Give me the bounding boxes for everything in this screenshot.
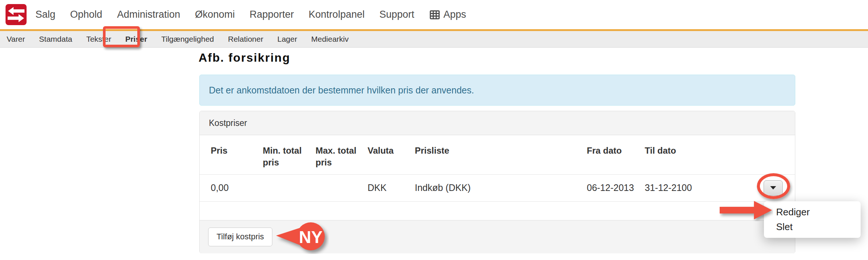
cell-fra-dato: 06-12-2013 — [587, 174, 645, 201]
subnav-item-lager[interactable]: Lager — [270, 35, 304, 44]
col-header-min-total-pris: Min. total pris — [263, 135, 316, 174]
apps-label: Apps — [444, 9, 466, 20]
nav-item-support[interactable]: Support — [379, 9, 414, 20]
nav-item-rapporter[interactable]: Rapporter — [249, 9, 294, 20]
col-header-pris: Pris — [200, 135, 263, 174]
subnav-item-relationer[interactable]: Relationer — [221, 35, 271, 44]
menu-item-slet[interactable]: Slet — [764, 219, 861, 234]
col-header-fra-dato: Fra dato — [587, 135, 645, 174]
brand-logo-icon[interactable] — [6, 4, 27, 25]
panel-heading: Kostpriser — [200, 111, 795, 135]
add-kostpris-button[interactable]: Tilføj kostpris — [208, 228, 272, 246]
cell-pris: 0,00 — [200, 174, 263, 201]
info-alert: Det er ankomstdatoen der bestemmer hvilk… — [199, 75, 795, 106]
col-header-valuta: Valuta — [368, 135, 415, 174]
annotation-arrow-rediger-icon — [720, 200, 773, 221]
cell-valuta: DKK — [368, 174, 415, 201]
nav-item-administration[interactable]: Administration — [117, 9, 180, 20]
annotation-ny-text: NY — [299, 228, 323, 247]
annotation-circle-dropdown — [757, 173, 790, 199]
nav-item-ophold[interactable]: Ophold — [70, 9, 102, 20]
annotation-ny-badge: NY — [275, 222, 329, 254]
costs-table: Pris Min. total pris Max. total pris Val… — [200, 135, 795, 202]
page-title: Afb. forsikring — [199, 51, 290, 65]
table-header-row: Pris Min. total pris Max. total pris Val… — [200, 135, 795, 174]
col-header-til-dato: Til dato — [645, 135, 711, 174]
panel-spacer — [200, 202, 795, 220]
table-row: 0,00 DKK Indkøb (DKK) 06-12-2013 31-12-2… — [200, 174, 795, 201]
subnav-item-varer[interactable]: Varer — [0, 35, 32, 44]
cell-max-total-pris — [316, 174, 368, 201]
nav-item-apps[interactable]: Apps — [429, 9, 466, 20]
menu-item-rediger[interactable]: Rediger — [764, 205, 861, 219]
subnav-item-tilgaengelighed[interactable]: Tilgængelighed — [154, 35, 221, 44]
cell-til-dato: 31-12-2100 — [645, 174, 711, 201]
cell-min-total-pris — [263, 174, 316, 201]
nav-item-okonomi[interactable]: Økonomi — [195, 9, 235, 20]
info-alert-text: Det er ankomstdatoen der bestemmer hvilk… — [209, 85, 474, 96]
annotation-highlight-box-priser — [103, 26, 140, 47]
row-actions-menu: Rediger Slet — [764, 201, 861, 238]
nav-item-salg[interactable]: Salg — [35, 9, 55, 20]
subnav-item-mediearkiv[interactable]: Mediearkiv — [304, 35, 356, 44]
col-header-actions — [711, 135, 795, 174]
subnav-item-stamdata[interactable]: Stamdata — [32, 35, 79, 44]
top-nav: Salg Ophold Administration Økonomi Rappo… — [35, 9, 466, 20]
col-header-prisliste: Prisliste — [415, 135, 587, 174]
col-header-max-total-pris: Max. total pris — [316, 135, 368, 174]
panel-title: Kostpriser — [209, 118, 247, 128]
nav-item-kontrolpanel[interactable]: Kontrolpanel — [309, 9, 365, 20]
apps-grid-icon — [429, 9, 440, 20]
cell-prisliste: Indkøb (DKK) — [415, 174, 587, 201]
